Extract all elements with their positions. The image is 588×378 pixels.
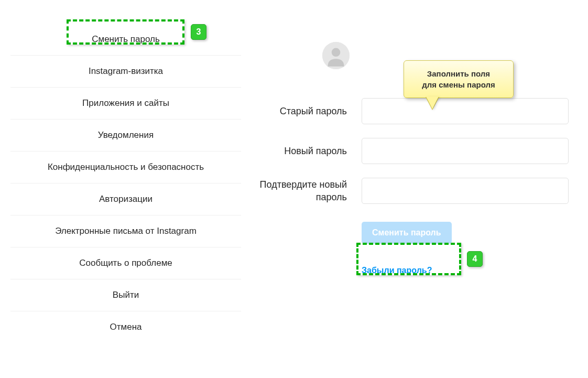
sidebar-item-login-activity[interactable]: Авторизации — [10, 183, 241, 215]
sidebar-item-label: Сменить пароль — [92, 34, 160, 44]
sidebar-item-label: Instagram-визитка — [89, 66, 163, 76]
tooltip-line2: для смены пароля — [413, 79, 504, 90]
avatar-placeholder-icon — [322, 42, 350, 69]
annotation-step4-badge: 4 — [467, 251, 483, 267]
sidebar-item-label: Конфиденциальность и безопасность — [48, 162, 204, 172]
forgot-password-link[interactable]: Забыли пароль? — [362, 266, 432, 275]
annotation-tooltip: Заполнить поля для смены пароля — [404, 60, 514, 98]
submit-button[interactable]: Сменить пароль — [362, 222, 452, 244]
sidebar-item-notifications[interactable]: Уведомления — [10, 120, 241, 152]
sidebar-item-label: Уведомления — [98, 130, 154, 140]
sidebar-item-report-problem[interactable]: Сообщить о проблеме — [10, 247, 241, 279]
sidebar-item-cancel[interactable]: Отмена — [10, 311, 241, 343]
sidebar-item-label: Отмена — [110, 322, 142, 332]
sidebar-item-emails[interactable]: Электронные письма от Instagram — [10, 215, 241, 247]
sidebar-item-label: Выйти — [113, 290, 139, 300]
sidebar-item-apps-websites[interactable]: Приложения и сайты — [10, 88, 241, 120]
new-password-input[interactable] — [362, 138, 569, 164]
confirm-password-label: Подтвердите новый пароль — [257, 178, 362, 204]
sidebar-item-privacy-security[interactable]: Конфиденциальность и безопасность — [10, 152, 241, 183]
old-password-input[interactable] — [362, 98, 569, 124]
sidebar-item-logout[interactable]: Выйти — [10, 279, 241, 311]
sidebar-item-label: Приложения и сайты — [82, 98, 169, 108]
settings-sidebar: Сменить пароль Instagram-визитка Приложе… — [10, 16, 241, 343]
avatar — [322, 42, 350, 69]
sidebar-item-label: Электронные письма от Instagram — [55, 226, 197, 236]
tooltip-line1: Заполнить поля — [413, 68, 504, 79]
annotation-step3-badge: 3 — [191, 24, 206, 40]
old-password-label: Старый пароль — [257, 105, 362, 117]
confirm-password-input[interactable] — [362, 178, 569, 204]
new-password-label: Новый пароль — [257, 145, 362, 157]
sidebar-item-label: Авторизации — [99, 194, 153, 204]
sidebar-item-label: Сообщить о проблеме — [79, 258, 172, 268]
sidebar-item-change-password[interactable]: Сменить пароль — [10, 24, 241, 56]
svg-point-1 — [332, 48, 341, 57]
sidebar-item-nametag[interactable]: Instagram-визитка — [10, 56, 241, 88]
